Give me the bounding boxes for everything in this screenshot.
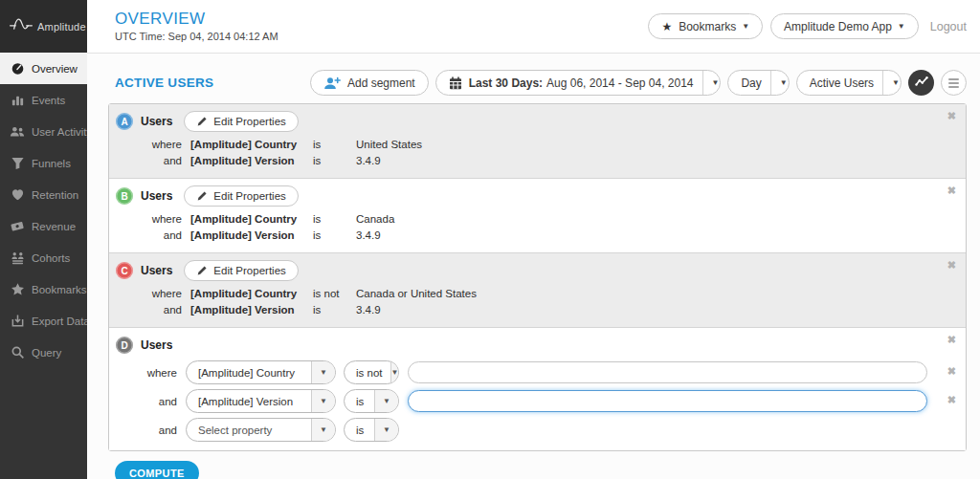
segment-header: C Users Edit Properties [116, 260, 956, 281]
edit-properties-button[interactable]: Edit Properties [184, 260, 298, 281]
date-range-label: Last 30 Days: [469, 76, 543, 90]
date-range-dropdown[interactable]: Last 30 Days: Aug 06, 2014 - Sep 04, 201… [435, 70, 722, 96]
operator-label: is not [313, 286, 356, 302]
table-view-button[interactable] [941, 70, 967, 96]
close-icon[interactable]: ✖ [947, 111, 956, 121]
property-dropdown[interactable]: [Amplitude] Version ▼ [186, 389, 336, 413]
condition-row: and [Amplitude] Version is 3.4.9 [116, 302, 956, 318]
sidebar-item-bookmarks[interactable]: Bookmarks [0, 273, 87, 305]
operator-dropdown[interactable]: is not ▼ [344, 360, 399, 384]
operator-dropdown[interactable]: is ▼ [344, 389, 399, 413]
conjunction-label: where [116, 137, 190, 153]
value-label: 3.4.9 [356, 302, 956, 318]
close-icon[interactable]: ✖ [947, 185, 956, 196]
filter-value-input-focused[interactable] [408, 390, 927, 412]
app-logo[interactable]: Amplitude [0, 0, 87, 53]
sidebar-item-overview[interactable]: Overview [0, 53, 87, 84]
interval-dropdown[interactable]: Day ▼ [727, 70, 789, 96]
close-icon[interactable]: ✖ [947, 260, 956, 271]
sidebar-item-label: Overview [32, 63, 78, 75]
sidebar-item-export-data[interactable]: Export Data [0, 305, 87, 337]
condition-row: and [Amplitude] Version is 3.4.9 [116, 228, 956, 244]
value-label: United States [356, 137, 956, 153]
property-dropdown[interactable]: [Amplitude] Country ▼ [186, 360, 336, 384]
segment-badge: B [116, 187, 133, 205]
property-label: [Amplitude] Version [190, 153, 313, 169]
segment-a: A Users Edit Properties ✖ where [Amplitu… [109, 104, 966, 178]
star-icon [10, 282, 25, 297]
users-icon [10, 124, 25, 140]
chevron-down-icon: ▼ [883, 78, 901, 87]
section-toolbar: ACTIVE USERS Add segment Last 30 Days: A… [87, 54, 980, 96]
bookmarks-label: Bookmarks [679, 20, 736, 33]
sidebar-item-label: Cohorts [32, 252, 70, 264]
chevron-down-icon: ▼ [771, 78, 789, 87]
chart-controls: Add segment Last 30 Days: Aug 06, 2014 -… [310, 70, 967, 96]
add-segment-label: Add segment [347, 76, 415, 90]
property-dropdown-value: [Amplitude] Version [187, 396, 311, 407]
sidebar-item-revenue[interactable]: Revenue [0, 210, 87, 242]
edit-properties-button[interactable]: Edit Properties [184, 185, 298, 207]
pencil-icon [196, 116, 208, 127]
chevron-down-icon: ▼ [703, 78, 721, 87]
conjunction-label: where [116, 367, 186, 379]
app-logo-text: Amplitude [37, 21, 86, 33]
close-icon[interactable]: ✖ [947, 335, 956, 345]
sidebar-item-label: Query [32, 347, 61, 359]
property-dropdown[interactable]: Select property ▼ [186, 418, 336, 442]
star-icon: ★ [661, 21, 672, 33]
sidebar-item-label: Funnels [32, 158, 71, 169]
condition-row: and [Amplitude] Version is 3.4.9 [116, 153, 956, 169]
filter-row: where [Amplitude] Country ▼ is not ▼ ✖ [116, 360, 956, 384]
operator-dropdown-value: is [345, 396, 374, 407]
condition-row: where [Amplitude] Country is United Stat… [116, 137, 956, 153]
sidebar-item-query[interactable]: Query [0, 337, 87, 368]
operator-label: is [313, 228, 356, 244]
segment-title: Users [141, 338, 172, 352]
metric-value: Active Users [810, 76, 874, 90]
sidebar-item-cohorts[interactable]: Cohorts [0, 242, 87, 273]
conjunction-label: and [116, 302, 190, 318]
magnifier-icon [10, 345, 25, 360]
bar-chart-icon [10, 93, 25, 108]
operator-label: is [313, 137, 356, 153]
sidebar-item-label: Export Data [32, 316, 87, 327]
sidebar-item-retention[interactable]: Retention [0, 179, 87, 210]
sidebar-item-label: Revenue [32, 221, 76, 232]
compute-button[interactable]: COMPUTE [115, 461, 199, 479]
condition-row: where [Amplitude] Country is not Canada … [116, 286, 956, 302]
list-icon [948, 78, 959, 88]
sidebar-item-user-activity[interactable]: User Activity [0, 116, 87, 147]
add-segment-button[interactable]: Add segment [310, 70, 429, 96]
funnel-icon [10, 156, 25, 171]
chevron-down-icon: ▼ [390, 361, 399, 383]
operator-dropdown-value: is [345, 425, 374, 436]
conjunction-label: where [116, 286, 190, 302]
segment-badge: C [116, 262, 133, 279]
segment-header: D Users [116, 335, 956, 356]
sidebar-item-events[interactable]: Events [0, 84, 87, 116]
close-icon[interactable]: ✖ [947, 395, 956, 405]
app-selector-dropdown[interactable]: Amplitude Demo App ▼ [770, 13, 919, 39]
conjunction-label: and [116, 153, 190, 169]
conjunction-label: and [116, 228, 190, 244]
segment-badge: D [116, 337, 133, 354]
property-label: [Amplitude] Country [190, 137, 313, 153]
bookmarks-dropdown[interactable]: ★ Bookmarks ▼ [648, 13, 763, 39]
app-selector-label: Amplitude Demo App [784, 20, 892, 33]
sidebar-item-funnels[interactable]: Funnels [0, 147, 87, 179]
chevron-down-icon: ▼ [374, 419, 398, 441]
logout-link[interactable]: Logout [930, 20, 967, 33]
filter-value-input[interactable] [408, 361, 927, 383]
operator-dropdown[interactable]: is ▼ [344, 418, 399, 442]
edit-properties-label: Edit Properties [213, 190, 285, 202]
sidebar-item-label: User Activity [32, 126, 87, 138]
edit-properties-button[interactable]: Edit Properties [184, 111, 298, 132]
calendar-icon [449, 76, 462, 90]
value-label: 3.4.9 [356, 228, 956, 244]
banknote-icon [10, 219, 25, 234]
metric-dropdown[interactable]: Active Users ▼ [796, 70, 902, 96]
close-icon[interactable]: ✖ [947, 366, 956, 377]
line-chart-icon [914, 74, 929, 93]
line-chart-view-button[interactable] [908, 70, 934, 96]
